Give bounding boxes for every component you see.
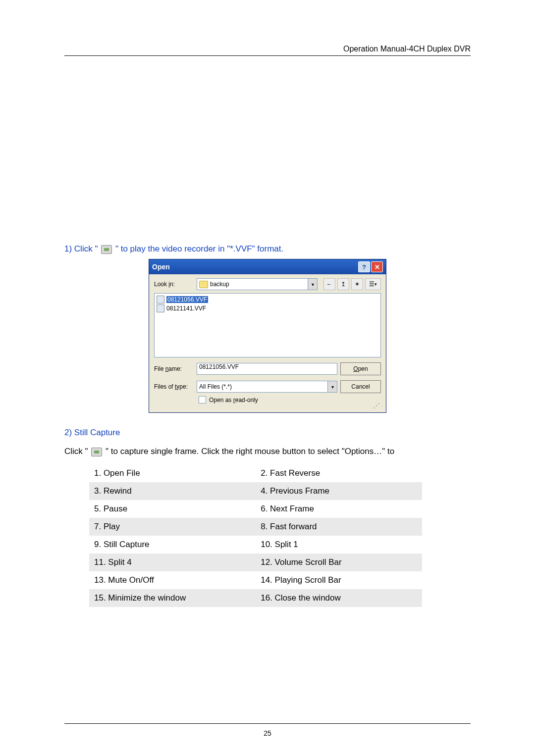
file-icon — [157, 296, 164, 303]
feature-cell: 1. Open File — [89, 464, 256, 482]
view-icon: ☰ — [369, 281, 374, 288]
open-button[interactable]: Open — [340, 362, 381, 375]
file-name-input[interactable]: 08121056.VVF — [197, 363, 337, 375]
file-type-label: Files of type: — [154, 383, 194, 390]
file-list[interactable]: 08121056.VVF 08121141.VVF — [154, 293, 381, 357]
dialog-title-text: Open — [152, 263, 170, 271]
feature-cell: 5. Pause — [89, 500, 256, 518]
view-menu-button[interactable]: ☰▾ — [365, 278, 381, 290]
page-number: 25 — [0, 729, 535, 737]
footer-rule — [64, 723, 471, 724]
feature-table: 1. Open File 2. Fast Reverse 3. Rewind 4… — [89, 464, 422, 607]
step2-heading: 2) Still Capture — [64, 428, 471, 438]
step1-suffix: " to play the video recorder in "*.VVF" … — [115, 244, 283, 253]
step1-text: 1) Click " " to play the video recorder … — [64, 244, 471, 254]
header-title: Operation Manual-4CH Duplex DVR — [343, 45, 471, 53]
table-row: 7. Play 8. Fast forward — [89, 518, 422, 536]
table-row: 5. Pause 6. Next Frame — [89, 500, 422, 518]
feature-cell: 9. Still Capture — [89, 536, 256, 554]
open-dialog: Open ? ✕ Look in: backup ← ↥ ✶ ☰▾ — [149, 259, 386, 413]
step1-prefix: 1) Click " — [64, 244, 98, 253]
dialog-titlebar: Open ? ✕ — [149, 259, 386, 274]
help-button[interactable]: ? — [358, 261, 370, 272]
feature-cell: 10. Split 1 — [256, 536, 422, 554]
feature-cell: 2. Fast Reverse — [256, 464, 422, 482]
chevron-down-icon: ▾ — [374, 282, 377, 287]
table-row: 15. Minimize the window 16. Close the wi… — [89, 589, 422, 607]
file-name: 08121056.VVF — [166, 296, 208, 303]
feature-cell: 6. Next Frame — [256, 500, 422, 518]
file-name: 08121141.VVF — [166, 305, 206, 312]
close-button[interactable]: ✕ — [371, 261, 383, 272]
look-in-value: backup — [210, 281, 229, 288]
file-icon — [157, 304, 164, 312]
feature-cell: 16. Close the window — [256, 589, 422, 607]
read-only-checkbox[interactable] — [199, 396, 206, 403]
document-page: Operation Manual-4CH Duplex DVR 1) Click… — [0, 0, 535, 756]
open-file-icon — [101, 245, 112, 254]
feature-cell: 8. Fast forward — [256, 518, 422, 536]
look-in-label: Look in: — [154, 281, 194, 288]
feature-cell: 7. Play — [89, 518, 256, 536]
feature-cell: 11. Split 4 — [89, 554, 256, 571]
folder-up-icon: ↥ — [341, 281, 346, 288]
body-suffix: " to capture single frame. Click the rig… — [106, 447, 394, 456]
file-item[interactable]: 08121056.VVF — [157, 296, 378, 303]
feature-cell: 3. Rewind — [89, 482, 256, 500]
close-icon: ✕ — [374, 263, 380, 271]
arrow-left-icon: ← — [326, 281, 332, 288]
capture-icon — [91, 448, 102, 456]
page-header: Operation Manual-4CH Duplex DVR — [64, 45, 471, 56]
help-icon: ? — [362, 263, 366, 271]
cancel-button-label: Cancel — [351, 383, 370, 390]
up-one-level-button[interactable]: ↥ — [337, 278, 349, 290]
table-row: 1. Open File 2. Fast Reverse — [89, 464, 422, 482]
body-paragraph: Click " " to capture single frame. Click… — [64, 447, 471, 456]
file-type-combo[interactable]: All Files (*.*) — [197, 381, 337, 393]
chevron-down-icon[interactable] — [327, 381, 337, 392]
feature-cell: 13. Mute On/Off — [89, 571, 256, 589]
table-row: 9. Still Capture 10. Split 1 — [89, 536, 422, 554]
look-in-combo[interactable]: backup — [197, 278, 318, 290]
cancel-button[interactable]: Cancel — [340, 380, 381, 393]
file-type-value: All Files (*.*) — [199, 383, 232, 390]
new-folder-button[interactable]: ✶ — [351, 278, 363, 290]
table-row: 3. Rewind 4. Previous Frame — [89, 482, 422, 500]
file-item[interactable]: 08121141.VVF — [157, 304, 378, 312]
feature-cell: 14. Playing Scroll Bar — [256, 571, 422, 589]
resize-grip-icon[interactable]: ⋰ — [154, 403, 381, 407]
new-folder-icon: ✶ — [355, 281, 360, 288]
folder-icon — [199, 281, 208, 288]
chevron-down-icon[interactable] — [308, 279, 317, 290]
dialog-body: Look in: backup ← ↥ ✶ ☰▾ — [149, 274, 386, 412]
feature-cell: 4. Previous Frame — [256, 482, 422, 500]
file-name-input-value: 08121056.VVF — [199, 363, 239, 370]
file-name-label: File name: — [154, 365, 194, 372]
body-prefix: Click " — [64, 447, 88, 456]
read-only-label: Open as read-only — [209, 397, 258, 403]
feature-cell: 15. Minimize the window — [89, 589, 256, 607]
back-button[interactable]: ← — [323, 278, 335, 290]
table-row: 13. Mute On/Off 14. Playing Scroll Bar — [89, 571, 422, 589]
table-row: 11. Split 4 12. Volume Scroll Bar — [89, 554, 422, 571]
feature-cell: 12. Volume Scroll Bar — [256, 554, 422, 571]
